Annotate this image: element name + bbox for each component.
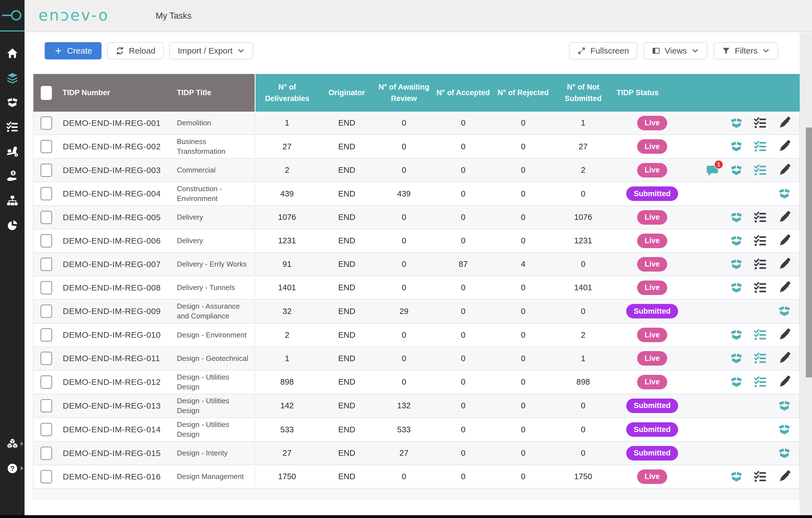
filters-button[interactable]: Filters: [714, 42, 778, 59]
row-checkbox[interactable]: [40, 187, 52, 200]
deliverables-box-icon[interactable]: [778, 187, 791, 200]
row-checkbox[interactable]: [40, 281, 52, 295]
header-awaiting-review[interactable]: N° of Awaiting Review: [375, 74, 433, 112]
sidebar-item-home[interactable]: [0, 41, 25, 65]
tidp-title: Design - Environment: [174, 330, 255, 340]
deliverables-box-icon[interactable]: [778, 447, 791, 460]
deliverables-box-icon[interactable]: [730, 281, 743, 294]
deliverables-box-icon[interactable]: [730, 470, 743, 483]
tidp-title: Commercial: [174, 165, 255, 175]
sidebar-item-deliverables[interactable]: [0, 90, 25, 115]
deliverables-count: 439: [255, 184, 319, 203]
checklist-icon[interactable]: [754, 258, 767, 271]
sidebar-item-handover[interactable]: [0, 139, 25, 164]
rejected-count: 0: [493, 377, 553, 386]
header-tidp-number[interactable]: TIDP Number: [59, 74, 174, 112]
edit-pen-icon[interactable]: [778, 164, 791, 177]
deliverables-box-icon[interactable]: [730, 258, 743, 271]
awaiting-review-count: 0: [375, 118, 433, 128]
sidebar-item-organisation[interactable]: [0, 188, 25, 213]
row-checkbox[interactable]: [40, 140, 52, 153]
checklist-icon[interactable]: [754, 376, 767, 388]
tidp-number: DEMO-END-IM-REG-013: [59, 401, 174, 411]
row-checkbox[interactable]: [40, 234, 52, 248]
table-row: DEMO-END-IM-REG-016 Design Management 17…: [33, 465, 799, 489]
row-checkbox[interactable]: [40, 304, 52, 318]
deliverables-box-icon[interactable]: [730, 211, 743, 224]
edit-pen-icon[interactable]: [778, 281, 791, 294]
vertical-scrollbar[interactable]: [806, 128, 812, 377]
row-checkbox[interactable]: [40, 211, 52, 224]
header-deliverables[interactable]: N° of Deliverables: [255, 74, 319, 112]
sidebar-item-tidp-register[interactable]: [0, 65, 25, 90]
deliverables-box-icon[interactable]: [730, 140, 743, 153]
edit-pen-icon[interactable]: [778, 352, 791, 365]
checklist-icon[interactable]: [754, 140, 767, 153]
checklist-icon[interactable]: [754, 470, 767, 483]
sidebar-item-reports[interactable]: [0, 213, 25, 238]
edit-pen-icon[interactable]: [778, 235, 791, 247]
deliverables-box-icon[interactable]: [730, 164, 743, 177]
create-button[interactable]: Create: [45, 42, 102, 59]
row-checkbox[interactable]: [40, 328, 52, 342]
tidp-title: Demolition: [174, 118, 255, 128]
tidp-title: Design - Geotechnical: [174, 354, 255, 363]
row-checkbox[interactable]: [40, 164, 52, 177]
edit-pen-icon[interactable]: [778, 258, 791, 271]
deliverables-box-icon[interactable]: [730, 376, 743, 388]
tidp-number: DEMO-END-IM-REG-008: [59, 283, 174, 293]
header-not-submitted[interactable]: N° of Not Submitted: [553, 74, 613, 112]
status-badge: Live: [637, 257, 667, 272]
deliverables-box-icon[interactable]: [730, 328, 743, 341]
awaiting-review-count: 0: [375, 142, 433, 151]
checklist-icon[interactable]: [754, 117, 767, 130]
header-tidp-title[interactable]: TIDP Title: [174, 74, 255, 112]
edit-pen-icon[interactable]: [778, 140, 791, 153]
originator: END: [319, 307, 375, 316]
import-export-button[interactable]: Import / Export: [169, 42, 253, 59]
tidp-table: TIDP Number TIDP Title N° of Deliverable…: [33, 74, 800, 500]
plus-icon: [54, 47, 62, 55]
edit-pen-icon[interactable]: [778, 328, 791, 341]
row-checkbox[interactable]: [40, 470, 52, 483]
deliverables-box-icon[interactable]: [730, 235, 743, 247]
edit-pen-icon[interactable]: [778, 117, 791, 130]
comment-icon[interactable]: 1: [706, 164, 719, 177]
deliverables-box-icon[interactable]: [778, 400, 791, 412]
row-checkbox[interactable]: [40, 257, 52, 271]
row-checkbox[interactable]: [40, 352, 52, 365]
row-checkbox[interactable]: [40, 116, 52, 130]
checklist-icon[interactable]: [754, 211, 767, 224]
reload-button[interactable]: Reload: [107, 42, 164, 59]
checklist-icon[interactable]: [754, 328, 767, 341]
sidebar-item-tasks[interactable]: [0, 115, 25, 139]
header-tidp-status[interactable]: TIDP Status: [613, 74, 691, 112]
deliverables-box-icon[interactable]: [730, 352, 743, 365]
deliverables-box-icon[interactable]: [778, 305, 791, 318]
deliverables-box-icon[interactable]: [730, 117, 743, 130]
edit-pen-icon[interactable]: [778, 211, 791, 224]
header-accepted[interactable]: N° of Accepted: [433, 74, 493, 112]
views-button[interactable]: Views: [643, 42, 707, 59]
checklist-icon[interactable]: [754, 352, 767, 365]
sidebar-item-help[interactable]: ?: [0, 456, 25, 481]
tidp-number: DEMO-END-IM-REG-002: [59, 142, 174, 151]
sidebar-item-payments[interactable]: $: [0, 164, 25, 188]
header-originator[interactable]: Originator: [319, 74, 375, 112]
edit-pen-icon[interactable]: [778, 470, 791, 483]
row-checkbox[interactable]: [40, 423, 52, 436]
row-actions: [691, 235, 800, 247]
select-all-checkbox[interactable]: [41, 86, 52, 100]
checklist-icon[interactable]: [754, 164, 767, 177]
row-checkbox[interactable]: [40, 446, 52, 460]
fullscreen-button[interactable]: Fullscreen: [569, 42, 637, 59]
header-rejected[interactable]: N° of Rejected: [493, 74, 553, 112]
sidebar-item-modules[interactable]: [0, 432, 25, 456]
deliverables-box-icon[interactable]: [778, 423, 791, 436]
edit-pen-icon[interactable]: [778, 376, 791, 388]
row-checkbox[interactable]: [40, 375, 52, 389]
row-checkbox[interactable]: [40, 399, 52, 412]
checklist-icon[interactable]: [754, 281, 767, 294]
checklist-icon[interactable]: [754, 235, 767, 247]
status-badge: Live: [637, 163, 667, 178]
